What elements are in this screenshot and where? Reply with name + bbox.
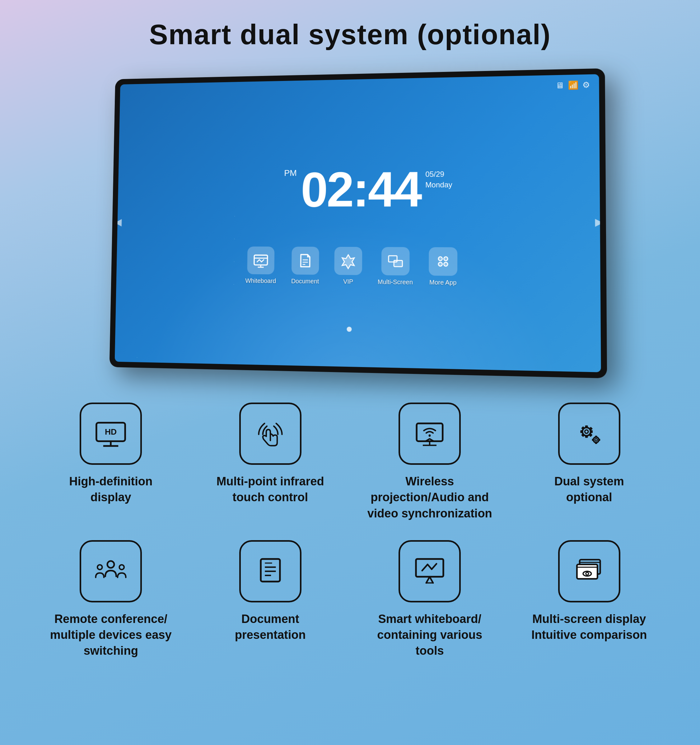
app-vip[interactable]: VIP [334,247,363,286]
date-line2: Monday [425,180,452,190]
app-whiteboard[interactable]: Whiteboard [245,247,276,284]
feature-wireless: Wirelessprojection/Audio andvideo synchr… [363,402,497,522]
svg-line-46 [430,577,433,583]
svg-rect-33 [595,443,597,444]
svg-rect-24 [580,430,583,433]
multiscreen-icon-box [558,540,620,603]
svg-point-10 [444,257,448,261]
svg-rect-28 [581,433,585,437]
wifi-icon: 📶 [568,80,579,90]
svg-rect-35 [598,439,600,441]
svg-rect-25 [590,430,593,433]
dot-indicator [346,326,352,332]
svg-point-36 [107,561,114,568]
app-whiteboard-label: Whiteboard [245,277,276,285]
svg-rect-39 [261,559,280,582]
page-title: Smart dual system (optional) [149,19,551,51]
monitor-screen: 🖥 📶 ⚙ PM 02:44 05/29 Monday ◀ ▶ [115,74,601,372]
svg-rect-22 [585,426,588,428]
app-row: Whiteboard Document [245,247,457,286]
touch-label: Multi-point infraredtouch control [216,474,324,506]
app-document-icon [291,247,319,275]
app-vip-label: VIP [343,278,353,285]
app-multiscreen-label: Multi-Screen [378,278,413,286]
wireless-label: Wirelessprojection/Audio andvideo synchr… [367,474,492,522]
dual-system-icon-box [558,402,620,465]
wireless-icon-box [399,402,461,465]
svg-rect-26 [581,426,585,430]
svg-line-45 [426,577,430,583]
app-vip-icon [334,247,363,275]
svg-text:HD: HD [105,427,117,437]
feature-dual-system: Dual systemoptional [522,402,657,522]
feature-hd-display: HD High-definitiondisplay [43,402,178,522]
time-date: 05/29 Monday [425,169,452,190]
svg-rect-23 [585,435,588,438]
whiteboard-label: Smart whiteboard/containing various tool… [363,611,497,659]
time-block: PM 02:44 05/29 Monday [284,164,452,214]
hd-display-label: High-definitiondisplay [69,474,152,506]
feature-remote: Remote conference/multiple devices easys… [43,540,178,659]
remote-label: Remote conference/multiple devices easys… [50,611,172,659]
app-moreapp-icon [429,247,457,276]
monitor-section: 🖥 📶 ⚙ PM 02:44 05/29 Monday ◀ ▶ [25,73,675,371]
monitor-icon: 🖥 [556,81,564,91]
time-ampm: PM [284,168,297,178]
app-document-label: Document [291,278,319,285]
dual-system-label: Dual systemoptional [554,474,624,506]
features-grid: HD High-definitiondisplay Multi-point in… [25,402,675,659]
multiscreen-label: Multi-screen displayIntuitive comparison [531,611,647,643]
svg-point-11 [438,262,442,266]
svg-rect-32 [595,436,597,438]
document-icon-box [239,540,301,603]
svg-point-9 [438,257,442,261]
whiteboard-icon-box [399,540,461,603]
feature-document: Documentpresentation [203,540,338,659]
touch-icon-box [239,402,301,465]
feature-touch: Multi-point infraredtouch control [203,402,338,522]
feature-whiteboard: Smart whiteboard/containing various tool… [363,540,497,659]
app-multiscreen[interactable]: Multi-Screen [378,247,413,286]
svg-point-31 [595,439,597,441]
svg-point-12 [444,262,448,266]
app-moreapp[interactable]: More App [429,247,457,286]
time-display: 02:44 [300,164,421,214]
svg-rect-8 [394,260,402,267]
left-arrow-icon[interactable]: ◀ [115,216,122,228]
status-bar: 🖥 📶 ⚙ [556,80,590,91]
hd-display-icon-box: HD [80,402,142,465]
right-arrow-icon[interactable]: ▶ [595,216,601,228]
date-line1: 05/29 [425,169,452,180]
app-whiteboard-icon [247,247,275,275]
svg-rect-0 [254,255,267,265]
svg-point-30 [593,437,599,443]
svg-point-38 [119,565,124,569]
monitor-outer: 🖥 📶 ⚙ PM 02:44 05/29 Monday ◀ ▶ [109,68,607,378]
svg-point-37 [97,565,102,569]
app-moreapp-label: More App [429,279,457,286]
document-label: Documentpresentation [235,611,306,643]
monitor-wrapper: 🖥 📶 ⚙ PM 02:44 05/29 Monday ◀ ▶ [109,68,607,378]
feature-multiscreen: Multi-screen displayIntuitive comparison [522,540,657,659]
svg-point-21 [585,430,588,433]
svg-rect-34 [592,439,594,441]
app-multiscreen-icon [381,247,409,275]
settings-icon: ⚙ [582,80,590,90]
app-document[interactable]: Document [291,247,319,285]
remote-icon-box [80,540,142,603]
